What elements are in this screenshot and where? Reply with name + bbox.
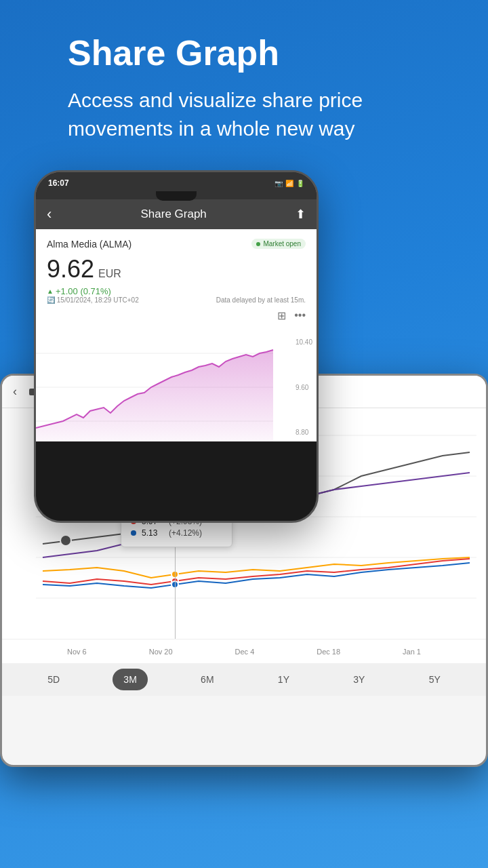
chart-label-mid: 9.60 [296,384,312,391]
stock-change: ▲ +1.00 (0.71%) [47,286,306,296]
wifi-icon: 📶 [285,180,293,187]
x-label-jan1: Jan 1 [403,648,421,656]
range-btn-5d[interactable]: 5D [37,669,70,690]
tooltip-change-cty1s: (+4.12%) [169,528,202,538]
range-btn-1y[interactable]: 1Y [267,669,300,690]
tooltip-dot-cty1s [131,530,136,536]
phones-container: 16:07 📷 📶 🔋 ‹ Share Graph ⬆ Alma Media (… [0,170,488,781]
range-btn-3m[interactable]: 3M [113,669,147,690]
chart-y-labels: 10.40 9.60 8.80 [296,333,312,441]
portrait-phone: 16:07 📷 📶 🔋 ‹ Share Graph ⬆ Alma Media (… [34,170,319,523]
stock-info-area: Alma Media (ALMA) Market open 9.62 EUR ▲… [36,229,317,333]
range-btn-6m[interactable]: 6M [190,669,224,690]
change-up-arrow: ▲ [47,288,54,295]
status-icons: 📷 📶 🔋 [274,180,304,187]
sync-icon: 🔄 15/01/2024, 18:29 UTC+02 [47,296,139,304]
chart-svg [36,333,293,441]
data-delay-text: Data delayed by at least 15m. [216,296,306,304]
market-open-dot [256,242,260,246]
app-navbar: ‹ Share Graph ⬆ [36,199,317,229]
x-label-nov6: Nov 6 [67,648,87,656]
chart-label-high: 10.40 [296,338,312,346]
x-label-dec18: Dec 18 [317,648,340,656]
back-button[interactable]: ‹ [47,205,52,223]
hero-subtitle: Access and visualize share price movemen… [68,86,420,143]
stock-name: Alma Media (ALMA) [47,239,131,250]
x-label-nov20: Nov 20 [149,648,173,656]
landscape-back-button[interactable]: ‹ [7,384,22,399]
x-axis-labels: Nov 6 Nov 20 Dec 4 Dec 18 Jan 1 [2,639,486,663]
compare-icon[interactable]: ⊞ [277,309,286,322]
chart-tools: ⊞ ••• [47,309,306,322]
hero-section: Share Graph Access and visualize share p… [0,0,488,163]
page-title: Share Graph [68,34,420,73]
change-value: +1.00 (0.71%) [56,286,111,296]
camera-icon: 📷 [274,180,283,187]
stock-currency: EUR [98,268,121,280]
tooltip-row-cty1s: 5.13 (+4.12%) [131,528,222,538]
range-btn-3y[interactable]: 3Y [342,669,375,690]
stock-timestamp: 🔄 15/01/2024, 18:29 UTC+02 Data delayed … [47,296,306,304]
tooltip-value-cty1s: 5.13 [142,528,163,538]
nav-title: Share Graph [140,208,206,221]
time-range-bar: 5D 3M 6M 1Y 3Y 5Y [2,663,486,696]
status-time: 16:07 [48,178,69,188]
share-button[interactable]: ⬆ [296,207,306,222]
more-options-icon[interactable]: ••• [294,309,306,322]
mini-chart: 10.40 9.60 8.80 [36,333,317,441]
range-btn-5y[interactable]: 5Y [418,669,451,690]
battery-icon: 🔋 [296,180,304,187]
x-label-dec4: Dec 4 [235,648,255,656]
stock-price: 9.62 [47,255,94,283]
market-status-badge: Market open [251,239,306,249]
market-status-text: Market open [263,240,301,248]
chart-label-low: 8.80 [296,429,312,436]
